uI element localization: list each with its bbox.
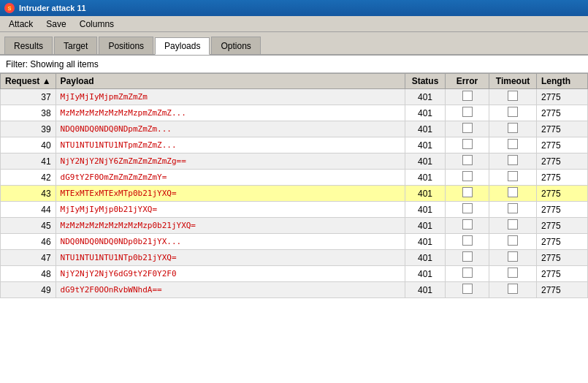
cell-length: 2775 [537, 218, 588, 234]
timeout-checkbox[interactable] [508, 171, 518, 181]
cell-error [446, 153, 489, 170]
error-checkbox[interactable] [462, 219, 473, 230]
cell-error [446, 266, 489, 282]
timeout-checkbox[interactable] [508, 123, 518, 133]
cell-error [446, 137, 489, 153]
timeout-checkbox[interactable] [508, 91, 518, 101]
cell-status: 401 [405, 121, 446, 137]
tab-results[interactable]: Results [4, 37, 53, 54]
tab-target[interactable]: Target [54, 37, 97, 54]
tab-positions[interactable]: Positions [99, 37, 153, 54]
cell-error [446, 186, 489, 202]
app-icon: S [4, 3, 15, 13]
col-header-length[interactable]: Length [537, 74, 588, 89]
cell-length: 2775 [537, 170, 588, 186]
error-checkbox[interactable] [462, 171, 473, 181]
table-row[interactable]: 38 MzMzMzMzMzMzMzMzpmZmZmZ... 401 2775 [1, 105, 588, 121]
table-row[interactable]: 42 dG9tY2F0OmZmZmZmZmZmY= 401 2775 [1, 170, 588, 186]
table-row[interactable]: 41 NjY2NjY2NjY6ZmZmZmZmZmZg== 401 2775 [1, 153, 588, 170]
cell-status: 401 [405, 234, 446, 250]
error-checkbox[interactable] [462, 107, 473, 117]
timeout-checkbox[interactable] [508, 139, 518, 149]
col-header-status[interactable]: Status [405, 74, 446, 89]
cell-length: 2775 [537, 121, 588, 137]
cell-error [446, 234, 489, 250]
menu-columns[interactable]: Columns [74, 18, 120, 31]
menu-bar: Attack Save Columns [0, 16, 588, 32]
timeout-checkbox[interactable] [508, 187, 518, 197]
error-checkbox[interactable] [462, 268, 473, 278]
cell-payload: dG9tY2F0OOnRvbWNhdA== [56, 282, 405, 298]
timeout-checkbox[interactable] [508, 268, 518, 278]
tab-options[interactable]: Options [211, 37, 260, 54]
table-row[interactable]: 48 NjY2NjY2NjY6dG9tY2F0Y2F0 401 2775 [1, 266, 588, 282]
cell-request: 46 [1, 234, 56, 250]
cell-timeout [489, 105, 537, 121]
cell-timeout [489, 186, 537, 202]
cell-payload: MjIyMjIyMjpmZmZmZm [56, 89, 405, 105]
cell-status: 401 [405, 218, 446, 234]
tab-payloads[interactable]: Payloads [155, 37, 210, 55]
col-header-request[interactable]: Request ▲ [1, 74, 56, 89]
cell-request: 42 [1, 170, 56, 186]
col-header-timeout[interactable]: Timeout [489, 74, 537, 89]
table-row[interactable]: 44 MjIyMjIyMjp0b21jYXQ= 401 2775 [1, 202, 588, 218]
timeout-checkbox[interactable] [508, 203, 518, 213]
filter-text: Filter: Showing all items [6, 59, 99, 69]
timeout-checkbox[interactable] [508, 251, 518, 262]
cell-error [446, 250, 489, 266]
cell-timeout [489, 218, 537, 234]
results-table-container[interactable]: Request ▲ Payload Status Error Timeout L… [0, 73, 588, 383]
menu-save[interactable]: Save [40, 18, 72, 31]
error-checkbox[interactable] [462, 284, 473, 294]
cell-error [446, 202, 489, 218]
cell-length: 2775 [537, 234, 588, 250]
cell-payload: dG9tY2F0OmZmZmZmZmZmY= [56, 170, 405, 186]
table-row[interactable]: 37 MjIyMjIyMjpmZmZmZm 401 2775 [1, 89, 588, 105]
table-row[interactable]: 40 NTU1NTU1NTU1NTpmZmZmZ... 401 2775 [1, 137, 588, 153]
table-row[interactable]: 39 NDQ0NDQ0NDQ0NDpmZmZm... 401 2775 [1, 121, 588, 137]
table-row[interactable]: 49 dG9tY2F0OOnRvbWNhdA== 401 2775 [1, 282, 588, 298]
timeout-checkbox[interactable] [508, 107, 518, 117]
cell-payload: NDQ0NDQ0NDQ0NDp0b21jYX... [56, 234, 405, 250]
cell-status: 401 [405, 186, 446, 202]
table-row[interactable]: 46 NDQ0NDQ0NDQ0NDp0b21jYX... 401 2775 [1, 234, 588, 250]
error-checkbox[interactable] [462, 91, 473, 101]
cell-request: 40 [1, 137, 56, 153]
error-checkbox[interactable] [462, 235, 473, 246]
timeout-checkbox[interactable] [508, 284, 518, 294]
error-checkbox[interactable] [462, 139, 473, 149]
table-row[interactable]: 45 MzMzMzMzMzMzMzMzMzp0b21jYXQ= 401 2775 [1, 218, 588, 234]
error-checkbox[interactable] [462, 187, 473, 197]
cell-timeout [489, 89, 537, 105]
cell-request: 45 [1, 218, 56, 234]
menu-attack[interactable]: Attack [3, 18, 39, 31]
error-checkbox[interactable] [462, 123, 473, 133]
timeout-checkbox[interactable] [508, 235, 518, 246]
cell-error [446, 170, 489, 186]
cell-status: 401 [405, 250, 446, 266]
cell-request: 47 [1, 250, 56, 266]
results-table: Request ▲ Payload Status Error Timeout L… [0, 73, 588, 298]
cell-status: 401 [405, 266, 446, 282]
cell-payload: MTExMTExMTExMTp0b21jYXQ= [56, 186, 405, 202]
cell-timeout [489, 250, 537, 266]
timeout-checkbox[interactable] [508, 155, 518, 165]
error-checkbox[interactable] [462, 155, 473, 165]
table-row[interactable]: 43 MTExMTExMTExMTp0b21jYXQ= 401 2775 [1, 186, 588, 202]
table-row[interactable]: 47 NTU1NTU1NTU1NTp0b21jYXQ= 401 2775 [1, 250, 588, 266]
cell-timeout [489, 121, 537, 137]
cell-timeout [489, 153, 537, 170]
cell-payload: MzMzMzMzMzMzMzMzpmZmZmZ... [56, 105, 405, 121]
timeout-checkbox[interactable] [508, 219, 518, 230]
error-checkbox[interactable] [462, 251, 473, 262]
error-checkbox[interactable] [462, 203, 473, 213]
cell-timeout [489, 234, 537, 250]
cell-request: 37 [1, 89, 56, 105]
col-header-payload[interactable]: Payload [56, 74, 405, 89]
cell-status: 401 [405, 105, 446, 121]
cell-length: 2775 [537, 186, 588, 202]
cell-length: 2775 [537, 250, 588, 266]
cell-length: 2775 [537, 89, 588, 105]
col-header-error[interactable]: Error [446, 74, 489, 89]
